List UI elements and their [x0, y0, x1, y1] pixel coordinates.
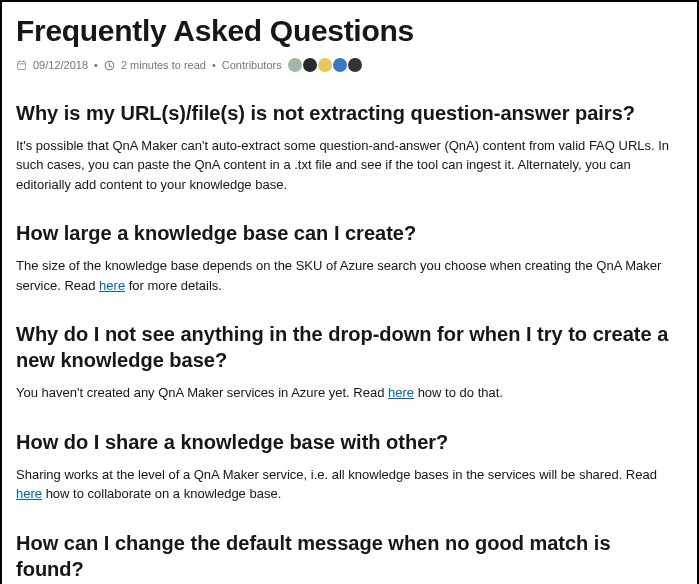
faq-body: Sharing works at the level of a QnA Make…	[16, 465, 683, 504]
faq-link[interactable]: here	[16, 486, 42, 501]
faq-heading: Why do I not see anything in the drop-do…	[16, 321, 683, 373]
faq-heading: How do I share a knowledge base with oth…	[16, 429, 683, 455]
avatar[interactable]	[303, 58, 317, 72]
meta-separator: •	[212, 57, 216, 74]
article-date: 09/12/2018	[33, 57, 88, 74]
contributor-avatars	[288, 58, 362, 72]
faq-heading: Why is my URL(s)/file(s) is not extracti…	[16, 100, 683, 126]
faq-text: You haven't created any QnA Maker servic…	[16, 385, 388, 400]
faq-heading: How can I change the default message whe…	[16, 530, 683, 582]
faq-body: The size of the knowledge base depends o…	[16, 256, 683, 295]
avatar[interactable]	[333, 58, 347, 72]
faq-body: It's possible that QnA Maker can't auto-…	[16, 136, 683, 195]
faq-heading: How large a knowledge base can I create?	[16, 220, 683, 246]
faq-link[interactable]: here	[99, 278, 125, 293]
faq-text: for more details.	[125, 278, 222, 293]
avatar[interactable]	[288, 58, 302, 72]
faq-text: how to collaborate on a knowledge base.	[42, 486, 281, 501]
avatar[interactable]	[348, 58, 362, 72]
meta-separator: •	[94, 57, 98, 74]
page-title: Frequently Asked Questions	[16, 8, 683, 53]
faq-text: how to do that.	[414, 385, 503, 400]
clock-icon	[104, 60, 115, 71]
read-time: 2 minutes to read	[121, 57, 206, 74]
faq-body: You haven't created any QnA Maker servic…	[16, 383, 683, 403]
article-meta: 09/12/2018 • 2 minutes to read • Contrib…	[16, 57, 683, 74]
avatar[interactable]	[318, 58, 332, 72]
faq-text: Sharing works at the level of a QnA Make…	[16, 467, 657, 482]
calendar-icon	[16, 60, 27, 71]
contributors-label: Contributors	[222, 57, 282, 74]
faq-link[interactable]: here	[388, 385, 414, 400]
